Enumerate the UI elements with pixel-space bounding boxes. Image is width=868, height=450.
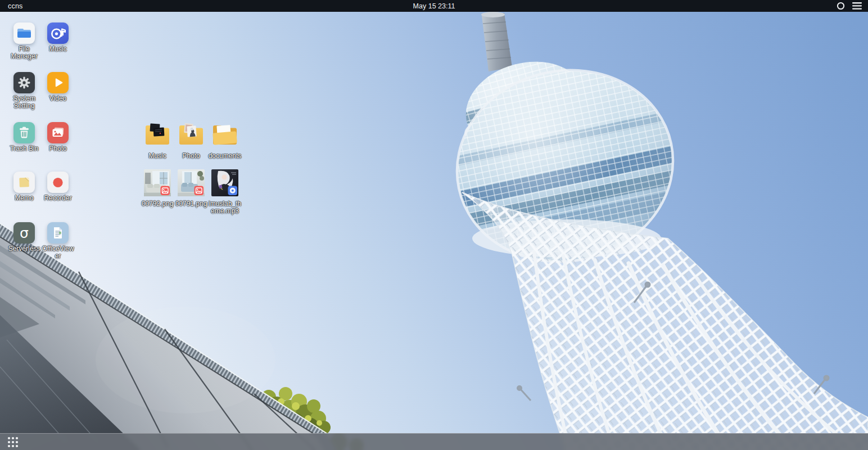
menu-icon[interactable] bbox=[852, 2, 862, 10]
image-badge-icon bbox=[195, 186, 204, 196]
app-grid-icon bbox=[7, 436, 19, 448]
system-setting-icon bbox=[13, 72, 35, 93]
file-imuslab-theme-mp3[interactable]: imuslab_theme.mp3 bbox=[207, 169, 243, 215]
folder-photo[interactable]: Photo bbox=[173, 120, 209, 160]
app-grid-button[interactable] bbox=[5, 434, 21, 450]
icon-label: Trash Bin bbox=[7, 145, 42, 152]
music-app-icon bbox=[47, 22, 69, 44]
file-manager-icon bbox=[13, 22, 35, 44]
trash-bin-icon bbox=[13, 122, 35, 143]
memo-icon bbox=[13, 172, 35, 193]
desktop-icon-serverless[interactable]: σ Serverless bbox=[7, 222, 42, 253]
desktop-screen: ccns May 15 23:11 File Manager bbox=[0, 0, 868, 450]
file-label: imuslab_theme.mp3 bbox=[207, 200, 243, 215]
clock: May 15 23:11 bbox=[413, 2, 455, 10]
desktop-icon-memo[interactable]: Memo bbox=[7, 172, 42, 202]
icon-label: Memo bbox=[7, 195, 42, 202]
desktop-icon-video[interactable]: Video bbox=[40, 72, 75, 102]
svg-text:σ: σ bbox=[20, 225, 29, 241]
desktop-icon-officeviewer[interactable]: OfficeViewer bbox=[40, 222, 75, 260]
desktop-icon-photo-app[interactable]: Photo bbox=[40, 122, 75, 152]
file-00791-png[interactable]: 00791.png bbox=[173, 169, 209, 208]
audio-file-thumbnail bbox=[211, 169, 238, 196]
documents-folder-icon bbox=[210, 120, 239, 148]
photo-app-icon bbox=[47, 122, 69, 143]
audio-badge-icon bbox=[228, 186, 238, 196]
desktop-icon-file-manager[interactable]: File Manager bbox=[7, 22, 42, 60]
wallpaper-skytree bbox=[0, 0, 868, 450]
topbar: ccns May 15 23:11 bbox=[0, 0, 868, 12]
icon-label: Video bbox=[40, 95, 75, 102]
serverless-icon: σ bbox=[13, 222, 35, 244]
active-app-label[interactable]: ccns bbox=[8, 2, 23, 10]
folder-music[interactable]: Music bbox=[139, 120, 175, 160]
image-file-thumbnail bbox=[144, 169, 171, 196]
folder-label: Music bbox=[139, 152, 175, 160]
activity-ring-icon[interactable] bbox=[837, 2, 845, 10]
icon-label: Music bbox=[40, 46, 75, 53]
desktop-icon-trash-bin[interactable]: Trash Bin bbox=[7, 122, 42, 152]
icon-label: OfficeViewer bbox=[40, 245, 75, 260]
photo-folder-icon bbox=[177, 120, 206, 148]
folder-documents[interactable]: documents bbox=[207, 120, 243, 160]
music-folder-icon bbox=[143, 120, 172, 148]
icon-label: System Setting bbox=[7, 95, 42, 110]
icon-label: File Manager bbox=[7, 46, 42, 60]
icon-label: Recorder bbox=[40, 195, 75, 202]
file-label: 00791.png bbox=[173, 200, 209, 208]
file-00792-png[interactable]: 00792.png bbox=[139, 169, 175, 208]
video-app-icon bbox=[47, 72, 69, 93]
icon-label: Serverless bbox=[7, 245, 42, 253]
recorder-icon bbox=[47, 172, 69, 193]
desktop-icon-music-app[interactable]: Music bbox=[40, 22, 75, 53]
desktop-icon-system-setting[interactable]: System Setting bbox=[7, 72, 42, 110]
taskbar bbox=[0, 433, 868, 450]
image-file-thumbnail bbox=[178, 169, 205, 196]
file-label: 00792.png bbox=[139, 200, 175, 208]
office-viewer-icon bbox=[47, 222, 69, 244]
folder-label: documents bbox=[207, 152, 243, 160]
folder-label: Photo bbox=[173, 152, 209, 160]
desktop-icon-recorder[interactable]: Recorder bbox=[40, 172, 75, 202]
icon-label: Photo bbox=[40, 145, 75, 152]
image-badge-icon bbox=[161, 186, 170, 196]
